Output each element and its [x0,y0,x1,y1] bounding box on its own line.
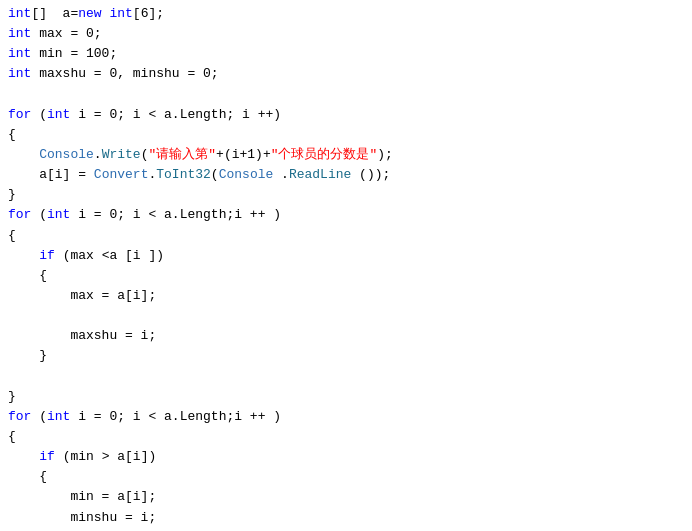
code-token: . [273,167,289,182]
code-token: maxshu = 0, minshu = 0; [31,66,218,81]
code-line [8,367,684,387]
code-line: } [8,387,684,407]
code-line: minshu = i; [8,508,684,528]
code-token: [] [31,6,54,21]
code-token: new [78,6,101,21]
code-line: { [8,427,684,447]
code-token [8,147,39,162]
code-token: ()); [351,167,390,182]
code-token: a= [55,6,78,21]
code-token: int [47,107,70,122]
code-token [8,248,39,263]
code-token: max = 0; [31,26,101,41]
code-line: { [8,266,684,286]
code-line: a[i] = Convert.ToInt32(Console .ReadLine… [8,165,684,185]
code-line: { [8,226,684,246]
code-token: . [94,147,102,162]
code-token: { [8,268,47,283]
code-token: (max <a [i ]) [55,248,164,263]
code-line: int max = 0; [8,24,684,44]
code-token: min = 100; [31,46,117,61]
code-token: } [8,389,16,404]
code-token: int [8,6,31,21]
code-token: Convert [94,167,149,182]
code-line: for (int i = 0; i < a.Length;i ++ ) [8,407,684,427]
code-token: for [8,409,31,424]
code-token: int [47,207,70,222]
code-token: ReadLine [289,167,351,182]
code-token: { [8,469,47,484]
code-token: } [8,348,47,363]
code-token: "请输入第" [148,147,216,162]
code-token [8,449,39,464]
code-token: ( [31,207,47,222]
code-token: int [47,409,70,424]
code-token: maxshu = i; [8,328,156,343]
code-token: int [109,6,132,21]
code-token: ToInt32 [156,167,211,182]
code-line: int[] a=new int[6]; [8,4,684,24]
code-line: int maxshu = 0, minshu = 0; [8,64,684,84]
code-token: Write [102,147,141,162]
code-token: ); [377,147,393,162]
code-token: i = 0; i < a.Length;i ++ ) [70,207,281,222]
code-line: int min = 100; [8,44,684,64]
code-token: { [8,429,16,444]
code-token: { [8,127,16,142]
code-line: { [8,467,684,487]
code-token: min = a[i]; [8,489,156,504]
code-token: a[i] = [8,167,94,182]
code-token: int [8,46,31,61]
code-token: "个球员的分数是" [271,147,378,162]
code-token: [6]; [133,6,164,21]
code-token: for [8,107,31,122]
code-line: Console.Write("请输入第"+(i+1)+"个球员的分数是"); [8,145,684,165]
code-line: for (int i = 0; i < a.Length;i ++ ) [8,205,684,225]
code-line: for (int i = 0; i < a.Length; i ++) [8,105,684,125]
code-token: i = 0; i < a.Length;i ++ ) [70,409,281,424]
code-token: int [8,66,31,81]
code-editor: int[] a=new int[6];int max = 0;int min =… [0,0,692,531]
code-line [8,85,684,105]
code-line: { [8,125,684,145]
code-line: min = a[i]; [8,487,684,507]
code-token: ( [211,167,219,182]
code-line: } [8,346,684,366]
code-token: int [8,26,31,41]
code-line: if (max <a [i ]) [8,246,684,266]
code-token: Console [219,167,274,182]
code-line: if (min > a[i]) [8,447,684,467]
code-line: max = a[i]; [8,286,684,306]
code-line: } [8,185,684,205]
code-token: i = 0; i < a.Length; i ++) [70,107,281,122]
code-token: if [39,449,55,464]
code-token: ( [31,409,47,424]
code-token: { [8,228,16,243]
code-line [8,306,684,326]
code-token: } [8,187,16,202]
code-token: Console [39,147,94,162]
code-token: (min > a[i]) [55,449,156,464]
code-token: ( [31,107,47,122]
code-token: minshu = i; [8,510,156,525]
code-token: if [39,248,55,263]
code-line: } [8,528,684,531]
code-line: maxshu = i; [8,326,684,346]
code-token: max = a[i]; [8,288,156,303]
code-token: +(i+1)+ [216,147,271,162]
code-token: for [8,207,31,222]
